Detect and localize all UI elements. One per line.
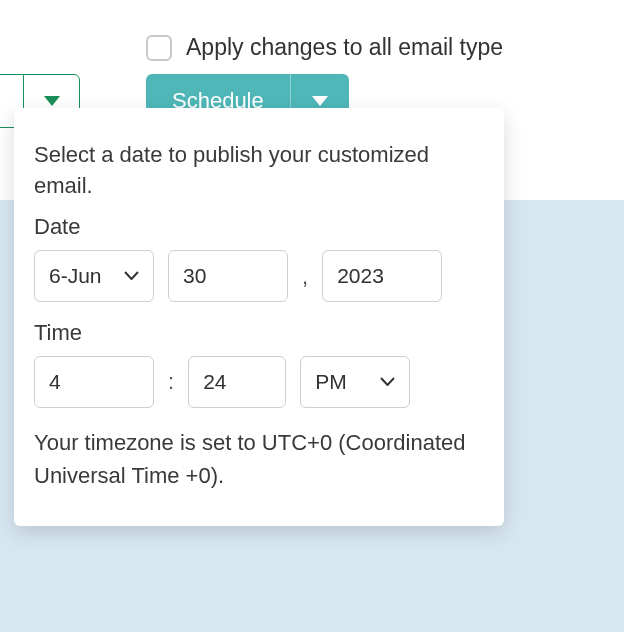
apply-all-label: Apply changes to all email type bbox=[186, 34, 503, 61]
timezone-note: Your timezone is set to UTC+0 (Coordinat… bbox=[34, 426, 484, 492]
popover-intro: Select a date to publish your customized… bbox=[34, 140, 484, 202]
month-value: 6-Jun bbox=[49, 264, 102, 288]
time-label: Time bbox=[34, 320, 484, 346]
minute-input[interactable]: 24 bbox=[188, 356, 286, 408]
svg-marker-0 bbox=[44, 96, 60, 106]
apply-all-checkbox[interactable] bbox=[146, 35, 172, 61]
apply-all-row: Apply changes to all email type bbox=[146, 34, 503, 61]
month-select[interactable]: 6-Jun bbox=[34, 250, 154, 302]
ampm-select[interactable]: PM bbox=[300, 356, 410, 408]
date-row: 6-Jun 30 , 2023 bbox=[34, 250, 484, 302]
comma-separator: , bbox=[302, 264, 308, 302]
chevron-down-icon bbox=[44, 96, 60, 106]
chevron-down-icon bbox=[124, 271, 139, 280]
year-input[interactable]: 2023 bbox=[322, 250, 442, 302]
svg-marker-1 bbox=[312, 96, 328, 106]
minute-value: 24 bbox=[203, 370, 226, 394]
day-value: 30 bbox=[183, 264, 206, 288]
chevron-down-icon bbox=[380, 377, 395, 386]
schedule-popover: Select a date to publish your customized… bbox=[14, 108, 504, 526]
chevron-down-icon bbox=[312, 96, 328, 106]
colon-separator: : bbox=[168, 369, 174, 395]
time-row: 4 : 24 PM bbox=[34, 356, 484, 408]
ampm-value: PM bbox=[315, 370, 347, 394]
year-value: 2023 bbox=[337, 264, 384, 288]
date-label: Date bbox=[34, 214, 484, 240]
day-input[interactable]: 30 bbox=[168, 250, 288, 302]
hour-input[interactable]: 4 bbox=[34, 356, 154, 408]
hour-value: 4 bbox=[49, 370, 61, 394]
